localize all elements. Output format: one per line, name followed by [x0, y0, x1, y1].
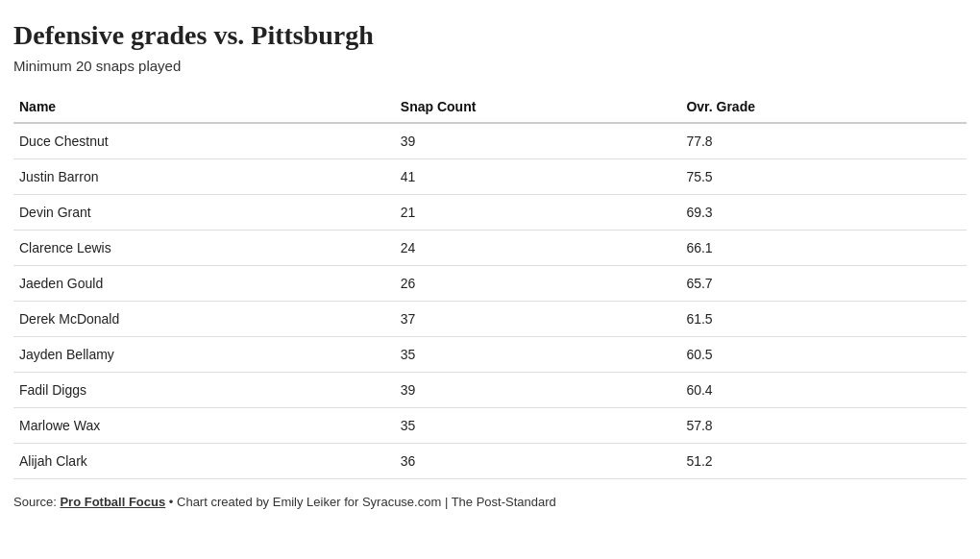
player-name: Jayden Bellamy — [13, 336, 395, 372]
table-row: Alijah Clark3651.2 — [13, 443, 967, 478]
snap-count: 36 — [395, 443, 681, 478]
snap-count: 35 — [395, 407, 681, 443]
table-row: Marlowe Wax3557.8 — [13, 407, 967, 443]
ovr-grade: 61.5 — [680, 301, 967, 336]
player-name: Jaeden Gould — [13, 265, 395, 301]
table-row: Justin Barron4175.5 — [13, 158, 967, 194]
snap-count: 26 — [395, 265, 681, 301]
snap-count: 37 — [395, 301, 681, 336]
source-suffix: • Chart created by Emily Leiker for Syra… — [169, 495, 556, 509]
subtitle: Minimum 20 snaps played — [13, 58, 967, 74]
table-row: Duce Chestnut3977.8 — [13, 123, 967, 159]
ovr-grade: 65.7 — [680, 265, 967, 301]
table-row: Fadil Diggs3960.4 — [13, 372, 967, 407]
ovr-grade: 57.8 — [680, 407, 967, 443]
table-row: Jayden Bellamy3560.5 — [13, 336, 967, 372]
ovr-grade: 66.1 — [680, 230, 967, 265]
ovr-grade: 60.5 — [680, 336, 967, 372]
player-name: Derek McDonald — [13, 301, 395, 336]
header-ovr-grade: Ovr. Grade — [680, 91, 967, 123]
player-name: Duce Chestnut — [13, 123, 395, 159]
snap-count: 41 — [395, 158, 681, 194]
ovr-grade: 75.5 — [680, 158, 967, 194]
source-line: Source: Pro Fotball Focus • Chart create… — [13, 495, 967, 509]
grades-table: Name Snap Count Ovr. Grade Duce Chestnut… — [13, 91, 967, 479]
source-prefix: Source: — [13, 495, 60, 509]
ovr-grade: 60.4 — [680, 372, 967, 407]
player-name: Devin Grant — [13, 194, 395, 230]
page-title: Defensive grades vs. Pittsburgh — [13, 19, 967, 52]
ovr-grade: 69.3 — [680, 194, 967, 230]
source-link[interactable]: Pro Fotball Focus — [60, 495, 165, 509]
header-name: Name — [13, 91, 395, 123]
player-name: Marlowe Wax — [13, 407, 395, 443]
snap-count: 35 — [395, 336, 681, 372]
header-snap-count: Snap Count — [395, 91, 681, 123]
ovr-grade: 51.2 — [680, 443, 967, 478]
ovr-grade: 77.8 — [680, 123, 967, 159]
player-name: Clarence Lewis — [13, 230, 395, 265]
player-name: Alijah Clark — [13, 443, 395, 478]
table-row: Jaeden Gould2665.7 — [13, 265, 967, 301]
player-name: Fadil Diggs — [13, 372, 395, 407]
table-row: Clarence Lewis2466.1 — [13, 230, 967, 265]
snap-count: 24 — [395, 230, 681, 265]
snap-count: 21 — [395, 194, 681, 230]
player-name: Justin Barron — [13, 158, 395, 194]
snap-count: 39 — [395, 372, 681, 407]
table-row: Devin Grant2169.3 — [13, 194, 967, 230]
table-row: Derek McDonald3761.5 — [13, 301, 967, 336]
snap-count: 39 — [395, 123, 681, 159]
